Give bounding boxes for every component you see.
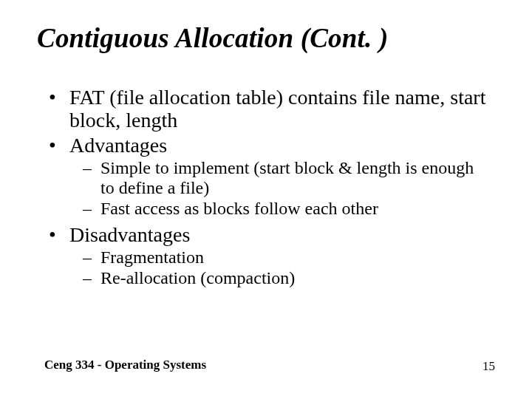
footer-page-number: 15: [482, 359, 495, 374]
sub-bullet-list: Fragmentation Re-allocation (compaction): [69, 248, 488, 288]
sub-bullet-text: Fast access as blocks follow each other: [100, 199, 378, 218]
bullet-text: Disadvantages: [69, 223, 190, 246]
bullet-list: FAT (file allocation table) contains fil…: [44, 86, 488, 288]
bullet-item: FAT (file allocation table) contains fil…: [44, 86, 488, 132]
sub-bullet-text: Fragmentation: [100, 248, 204, 267]
footer-course: Ceng 334 - Operating Systems: [44, 358, 206, 372]
bullet-text: Advantages: [69, 134, 167, 157]
sub-bullet-text: Simple to implement (start block & lengt…: [100, 158, 474, 197]
sub-bullet-text: Re-allocation (compaction): [100, 268, 295, 287]
sub-bullet-item: Re-allocation (compaction): [69, 268, 488, 288]
sub-bullet-item: Fast access as blocks follow each other: [69, 199, 488, 219]
bullet-item: Disadvantages Fragmentation Re-allocatio…: [44, 223, 488, 288]
slide-body: FAT (file allocation table) contains fil…: [44, 86, 488, 293]
slide-title: Contiguous Allocation (Cont. ): [37, 22, 388, 54]
bullet-text: FAT (file allocation table) contains fil…: [69, 86, 485, 132]
slide: Contiguous Allocation (Cont. ) FAT (file…: [0, 0, 532, 399]
bullet-item: Advantages Simple to implement (start bl…: [44, 134, 488, 219]
sub-bullet-list: Simple to implement (start block & lengt…: [69, 158, 488, 219]
sub-bullet-item: Simple to implement (start block & lengt…: [69, 158, 488, 198]
sub-bullet-item: Fragmentation: [69, 248, 488, 267]
